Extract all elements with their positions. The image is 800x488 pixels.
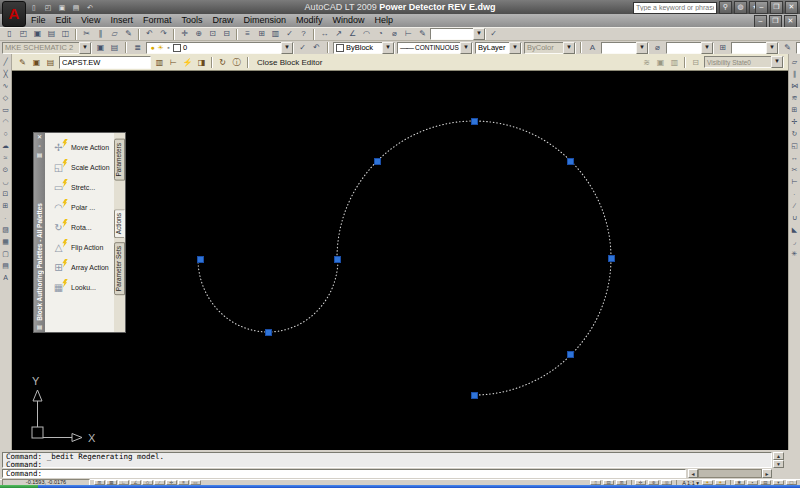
chevron-down-icon[interactable]: ▼	[636, 42, 648, 54]
undo-icon[interactable]: ↶	[143, 28, 156, 40]
table-style-icon[interactable]: ⊞	[716, 42, 729, 54]
palette-properties-icon[interactable]: ▤	[35, 151, 44, 160]
block-name-input[interactable]	[59, 56, 151, 69]
menu-dimension[interactable]: Dimension	[238, 14, 291, 27]
layer-combo[interactable]: ●☀▪ 0 ▼	[146, 42, 294, 54]
scroll-up-icon[interactable]: ▲	[773, 452, 784, 460]
action-icon[interactable]: ⚡	[181, 56, 194, 69]
manage-visibility-states-icon[interactable]: ⊟	[689, 56, 702, 69]
trim-icon[interactable]: ✂	[789, 164, 800, 175]
chevron-down-icon[interactable]: ▼	[766, 42, 778, 54]
erase-icon[interactable]: ▱	[789, 56, 800, 67]
grip-point[interactable]	[608, 255, 615, 262]
menu-draw[interactable]: Draw	[207, 14, 238, 27]
workspace-combo[interactable]: MKE SCHEMATIC 2 ▼	[2, 42, 92, 54]
palette-menu-icon[interactable]: ▤	[35, 323, 44, 332]
grip-point[interactable]	[471, 118, 478, 125]
scale-icon[interactable]: ◱	[789, 140, 800, 151]
new-icon[interactable]: ▯	[28, 2, 40, 13]
authoring-palettes-icon[interactable]: ▥	[153, 56, 166, 69]
save-icon[interactable]: ▣	[31, 28, 44, 40]
make-invisible-icon[interactable]: ▥	[668, 56, 681, 69]
revision-cloud-icon[interactable]: ☁	[0, 140, 11, 151]
save-block-as-icon[interactable]: ▤	[44, 56, 57, 69]
visibility-mode-icon[interactable]: ≋	[640, 56, 653, 69]
linetype-combo[interactable]: —— CONTINUOUS ▼	[397, 42, 473, 54]
arc-icon[interactable]: ◠	[0, 116, 11, 127]
palette-title-bar[interactable]: ✕▫▤ Block Authoring Palettes - All Palet…	[34, 133, 45, 332]
update-parameter-icon[interactable]: ↻	[216, 56, 229, 69]
fillet-icon[interactable]: ◞	[789, 236, 800, 247]
open-icon[interactable]: ◰	[42, 2, 54, 13]
scroll-down-icon[interactable]: ▼	[773, 460, 784, 468]
region-icon[interactable]: ▢	[0, 248, 11, 259]
dim-aligned-icon[interactable]: ↗	[332, 28, 345, 40]
dim-diameter-icon[interactable]: ⌀	[388, 28, 401, 40]
palette-item-polar-stretch-action[interactable]: ◠Polar ...	[45, 197, 114, 217]
parameter-icon[interactable]: ⊢	[167, 56, 180, 69]
match-properties-icon[interactable]: ✎	[122, 28, 135, 40]
palette-item-flip-action[interactable]: △Flip Action	[45, 237, 114, 257]
grip-point[interactable]	[567, 351, 574, 358]
chevron-down-icon[interactable]: ▼	[473, 28, 485, 40]
help-icon[interactable]: ?	[297, 28, 310, 40]
command-input[interactable]: Command:	[2, 469, 686, 478]
rectangle-icon[interactable]: ▭	[0, 104, 11, 115]
palette-item-lookup-action[interactable]: ▦Looku...	[45, 277, 114, 297]
make-visible-icon[interactable]: ▣	[654, 56, 667, 69]
drawing-canvas[interactable]: Y X	[12, 71, 788, 450]
extend-icon[interactable]: ⊢	[789, 176, 800, 187]
dim-radius-icon[interactable]: ◔	[374, 28, 387, 40]
define-attribute-icon[interactable]: ◨	[195, 56, 208, 69]
menu-window[interactable]: Window	[328, 14, 370, 27]
zoom-previous-icon[interactable]: ⊟	[220, 28, 233, 40]
lineweight-combo[interactable]: ByLayer ▼	[475, 42, 522, 54]
scroll-left-icon[interactable]: ◄	[688, 469, 698, 478]
join-icon[interactable]: ∪	[789, 212, 800, 223]
palette-item-scale-action[interactable]: ◱Scale Action	[45, 157, 114, 177]
menu-browser-button[interactable]: A	[2, 1, 26, 27]
tool-palettes-icon[interactable]: ▥	[269, 28, 282, 40]
new-icon[interactable]: ▯	[3, 28, 16, 40]
command-history[interactable]: Command: _bedit Regenerating model.Comma…	[2, 452, 772, 468]
break-icon[interactable]: ∕	[789, 200, 800, 211]
palette-item-array-action[interactable]: ⊞Array Action	[45, 257, 114, 277]
grip-point[interactable]	[265, 329, 272, 336]
pan-icon[interactable]: ✛	[178, 28, 191, 40]
grip-point[interactable]	[471, 392, 478, 399]
minimize-icon[interactable]: –	[755, 1, 768, 14]
cut-icon[interactable]: ✂	[80, 28, 93, 40]
explode-icon[interactable]: ✳	[789, 248, 800, 259]
chevron-down-icon[interactable]: ▼	[79, 42, 91, 54]
grip-point[interactable]	[197, 256, 204, 263]
close-block-editor-button[interactable]: Close Block Editor	[253, 58, 326, 67]
palette-tab-parameters[interactable]: Parameters	[114, 139, 125, 181]
scroll-right-icon[interactable]: ►	[762, 469, 772, 478]
layer-properties-icon[interactable]: ≣	[131, 42, 144, 54]
break-at-point-icon[interactable]: ∙	[789, 188, 800, 199]
rotate-icon[interactable]: ↻	[789, 128, 800, 139]
style-manager-icon[interactable]: ✎	[781, 42, 794, 54]
learn-about-blocks-icon[interactable]: ⓘ	[230, 56, 243, 69]
polyline-icon[interactable]: ∿	[0, 80, 11, 91]
menu-view[interactable]: View	[76, 14, 105, 27]
dim-arc-icon[interactable]: ◠	[360, 28, 373, 40]
grip-point[interactable]	[334, 256, 341, 263]
dim-style-icon[interactable]: ⌀	[651, 42, 664, 54]
chevron-down-icon[interactable]: ▼	[382, 42, 394, 54]
multiline-text-icon[interactable]: A	[0, 272, 11, 283]
palette-tab-actions[interactable]: Actions	[114, 209, 125, 238]
circle-icon[interactable]: ○	[0, 128, 11, 139]
restore-icon[interactable]: ❐	[770, 1, 783, 14]
chevron-down-icon[interactable]: ▼	[701, 42, 713, 54]
designcenter-icon[interactable]: ⊞	[255, 28, 268, 40]
communication-center-icon[interactable]: ◍	[734, 1, 747, 14]
table-icon[interactable]: ▤	[0, 260, 11, 271]
palette-item-rotate-action[interactable]: ↻Rota...	[45, 217, 114, 237]
menu-insert[interactable]: Insert	[105, 14, 138, 27]
chevron-down-icon[interactable]: ▼	[281, 42, 293, 54]
workspace-settings-icon[interactable]: ▤	[108, 42, 121, 54]
text-style-icon[interactable]: A	[586, 42, 599, 54]
save-icon[interactable]: ▣	[56, 2, 68, 13]
menu-format[interactable]: Format	[138, 14, 177, 27]
